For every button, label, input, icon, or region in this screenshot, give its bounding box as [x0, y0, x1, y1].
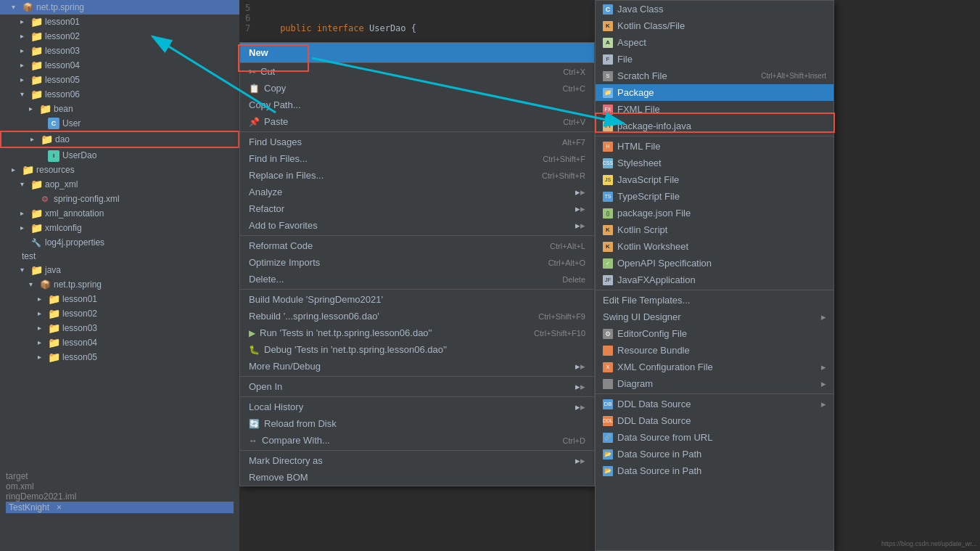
analyze-item[interactable]: Analyze ▸ — [240, 184, 594, 200]
scratch-file-item[interactable]: S Scratch File Ctrl+Alt+Shift+Insert — [596, 68, 833, 84]
delete-item[interactable]: Delete... Delete — [240, 271, 594, 287]
tree-arrow — [38, 338, 46, 347]
run-tests-item[interactable]: ▶ Run 'Tests in 'net.tp.spring.lesson06.… — [240, 325, 594, 341]
tree-item-lesson04[interactable]: 📁 lesson04 — [0, 58, 239, 73]
kotlin-worksheet-item[interactable]: K Kotlin Worksheet — [596, 238, 833, 255]
data-source-in-path-label: Data Source in Path — [617, 465, 701, 476]
tree-item-bean[interactable]: 📁 bean — [0, 102, 239, 116]
aspect-label: Aspect — [617, 37, 646, 48]
fxml-item[interactable]: FX FXML File — [596, 101, 833, 118]
tree-item-user[interactable]: C User — [0, 116, 239, 131]
diagram-label: Diagram — [617, 378, 653, 389]
refactor-item[interactable]: Refactor ▸ — [240, 200, 594, 217]
data-source-path-item[interactable]: 📂 Data Source in Path — [596, 446, 833, 462]
tree-item-aop-xml[interactable]: 📁 aop_xml — [0, 177, 239, 192]
tree-item-net-tp-spring2[interactable]: 📦 net.tp.spring — [0, 277, 239, 292]
package-icon: 📦 — [22, 1, 33, 13]
swing-ui-item[interactable]: Swing UI Designer ▸ — [596, 309, 833, 325]
swing-label: Swing UI Designer — [603, 311, 681, 322]
compare-item[interactable]: ↔ Compare With... Ctrl+D — [240, 432, 594, 449]
cut-item[interactable]: ✂Cut Ctrl+X — [240, 63, 594, 80]
divider3 — [240, 289, 594, 290]
tree-item-dao[interactable]: 📁 dao — [0, 131, 239, 148]
java-class-item[interactable]: C Java Class — [596, 1, 833, 17]
tree-item-lesson02[interactable]: 📁 lesson02 — [0, 29, 239, 44]
optimize-item[interactable]: Optimize Imports Ctrl+Alt+O — [240, 254, 594, 271]
kotlin-class-item[interactable]: K Kotlin Class/File — [596, 17, 833, 34]
tree-item-spring-config[interactable]: ⚙ spring-config.xml — [0, 192, 239, 206]
tree-item-java2[interactable]: 📁 java — [0, 263, 239, 277]
remove-bom-item[interactable]: Remove BOM — [240, 469, 594, 486]
find-usages-item[interactable]: Find Usages Alt+F7 — [240, 134, 594, 150]
file-item[interactable]: F File — [596, 51, 833, 68]
local-history-item[interactable]: Local History ▸ — [240, 399, 594, 415]
copy-path-label: Copy Path... — [249, 99, 301, 110]
xml-config-arrow: ▸ — [821, 362, 826, 372]
rebuild-item[interactable]: Rebuild '...spring.lesson06.dao' Ctrl+Sh… — [240, 308, 594, 325]
copy-item[interactable]: 📋Copy Ctrl+C — [240, 80, 594, 97]
divider5 — [240, 396, 594, 397]
tree-label: lesson04 — [62, 338, 97, 348]
tree-item-lesson01-2[interactable]: 📁 lesson01 — [0, 292, 239, 306]
editorconfig-item[interactable]: ⚙ EditorConfig File — [596, 325, 833, 342]
debug-tests-item[interactable]: 🐛 Debug 'Tests in 'net.tp.spring.lesson0… — [240, 341, 594, 358]
tree-item-net-tp-spring[interactable]: 📦 net.tp.spring — [0, 0, 239, 15]
tree-label: lesson05 — [62, 352, 97, 362]
openapi-item[interactable]: ✓ OpenAPI Specification — [596, 255, 833, 272]
scratch-label: Scratch File — [617, 70, 667, 81]
package-info-label: package-info.java — [617, 121, 691, 131]
ddl-source-item[interactable]: DDL DDL Data Source — [596, 412, 833, 429]
reformat-item[interactable]: Reformat Code Ctrl+Alt+L — [240, 237, 594, 254]
typescript-label: TypeScript File — [617, 191, 680, 202]
right-divider1 — [596, 136, 833, 136]
open-in-item[interactable]: Open In ▸ — [240, 378, 594, 395]
add-favorites-item[interactable]: Add to Favorites ▸ — [240, 217, 594, 234]
data-source-url-label: Data Source from URL — [617, 432, 713, 443]
html-item[interactable]: H HTML File — [596, 138, 833, 155]
kotlin-script-item[interactable]: K Kotlin Script — [596, 221, 833, 238]
javascript-item[interactable]: JS JavaScript File — [596, 171, 833, 188]
stylesheet-item[interactable]: CSS Stylesheet — [596, 155, 833, 171]
mark-dir-item[interactable]: Mark Directory as ▸ — [240, 452, 594, 469]
tree-item-lesson05[interactable]: 📁 lesson05 — [0, 73, 239, 87]
tree-item-resources[interactable]: 📁 resources — [0, 163, 239, 177]
tree-item-lesson06[interactable]: 📁 lesson06 — [0, 87, 239, 102]
replace-in-files-item[interactable]: Replace in Files... Ctrl+Shift+R — [240, 167, 594, 184]
tree-item-lesson04-2[interactable]: 📁 lesson04 — [0, 335, 239, 350]
data-source-in-path-item[interactable]: 📂 Data Source in Path — [596, 462, 833, 479]
divider4 — [240, 376, 594, 377]
package-info-item[interactable]: PI package-info.java — [596, 118, 833, 134]
tree-item-lesson05-2[interactable]: 📁 lesson05 — [0, 350, 239, 364]
tree-item-lesson03-2[interactable]: 📁 lesson03 — [0, 321, 239, 335]
package-item[interactable]: 📁 Package — [596, 84, 833, 101]
more-run-item[interactable]: More Run/Debug ▸ — [240, 358, 594, 375]
edit-templates-item[interactable]: Edit File Templates... — [596, 292, 833, 309]
tree-item-userdao[interactable]: I UserDao — [0, 148, 239, 163]
context-menu-left: New ✂Cut Ctrl+X 📋Copy Ctrl+C Copy Path..… — [239, 42, 595, 486]
tree-item-lesson03[interactable]: 📁 lesson03 — [0, 44, 239, 58]
aspect-item[interactable]: A Aspect — [596, 34, 833, 51]
build-module-item[interactable]: Build Module 'SpringDemo2021' — [240, 291, 594, 308]
resource-bundle-item[interactable]: Resource Bundle — [596, 342, 833, 359]
paste-item[interactable]: 📌Paste Ctrl+V — [240, 113, 594, 130]
reload-item[interactable]: 🔄 Reload from Disk — [240, 415, 594, 432]
tree-arrow — [20, 90, 29, 99]
copy-path-item[interactable]: Copy Path... — [240, 97, 594, 113]
tree-label: UserDao — [62, 150, 96, 160]
javafx-item[interactable]: JF JavaFXApplication — [596, 272, 833, 288]
scratch-shortcut: Ctrl+Alt+Shift+Insert — [761, 72, 826, 80]
package-json-item[interactable]: {} package.json File — [596, 205, 833, 221]
diagram-item[interactable]: Diagram ▸ — [596, 375, 833, 392]
tree-item-test[interactable]: test — [0, 250, 239, 263]
data-source-item[interactable]: DB DDL Data Source ▸ — [596, 396, 833, 412]
tree-item-lesson02-2[interactable]: 📁 lesson02 — [0, 306, 239, 321]
xml-config-item[interactable]: X XML Configuration File ▸ — [596, 359, 833, 375]
tree-item-xmlconfig[interactable]: 📁 xmlconfig — [0, 221, 239, 235]
typescript-item[interactable]: TS TypeScript File — [596, 188, 833, 205]
tree-item-log4j[interactable]: 🔧 log4j.properties — [0, 235, 239, 250]
json-icon: {} — [603, 208, 613, 219]
find-in-files-item[interactable]: Find in Files... Ctrl+Shift+F — [240, 150, 594, 167]
tree-item-xml-annotation[interactable]: 📁 xml_annotation — [0, 206, 239, 221]
tree-item-lesson01[interactable]: 📁 lesson01 — [0, 15, 239, 29]
data-source-url-item[interactable]: 🔗 Data Source from URL — [596, 429, 833, 446]
